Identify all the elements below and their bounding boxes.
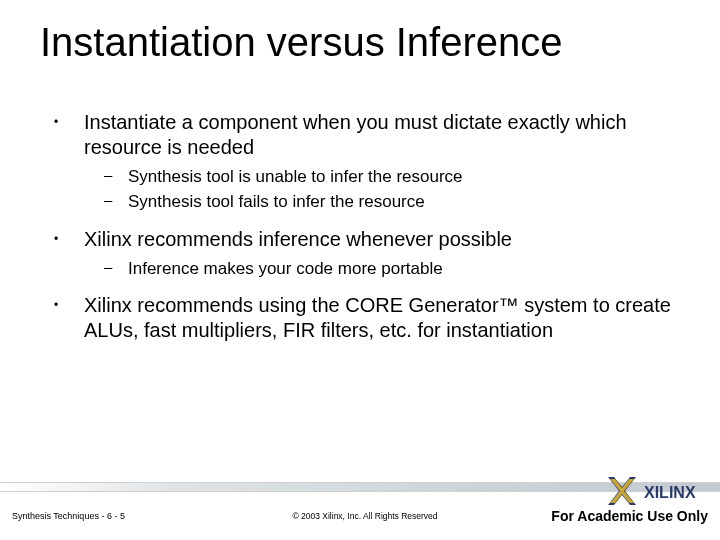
sub-bullet-item: Synthesis tool fails to infer the resour… — [84, 191, 680, 212]
bullet-item: Xilinx recommends using the CORE Generat… — [50, 293, 680, 343]
bullet-text: Xilinx recommends using the CORE Generat… — [84, 294, 671, 341]
bullet-text: Xilinx recommends inference whenever pos… — [84, 228, 512, 250]
slide: Instantiation versus Inference Instantia… — [0, 0, 720, 540]
bullet-item: Xilinx recommends inference whenever pos… — [50, 227, 680, 279]
sub-bullet-item: Synthesis tool is unable to infer the re… — [84, 166, 680, 187]
slide-title: Instantiation versus Inference — [40, 20, 700, 65]
sub-bullet-item: Inference makes your code more portable — [84, 258, 680, 279]
sub-bullet-text: Inference makes your code more portable — [128, 259, 443, 278]
sub-bullet-text: Synthesis tool fails to infer the resour… — [128, 192, 425, 211]
bullet-list: Instantiate a component when you must di… — [50, 110, 680, 343]
bullet-item: Instantiate a component when you must di… — [50, 110, 680, 213]
bullet-text: Instantiate a component when you must di… — [84, 111, 627, 158]
footer-center: © 2003 Xilinx, Inc. All Rights Reserved — [222, 511, 508, 521]
footer-right: For Academic Use Only — [508, 508, 708, 524]
sub-bullet-list: Inference makes your code more portable — [84, 258, 680, 279]
footer-left: Synthesis Techniques - 6 - 5 — [12, 511, 222, 521]
sub-bullet-text: Synthesis tool is unable to infer the re… — [128, 167, 463, 186]
sub-bullet-list: Synthesis tool is unable to infer the re… — [84, 166, 680, 213]
slide-body: Instantiate a component when you must di… — [50, 110, 680, 357]
footer: Synthesis Techniques - 6 - 5 © 2003 Xili… — [0, 492, 720, 540]
